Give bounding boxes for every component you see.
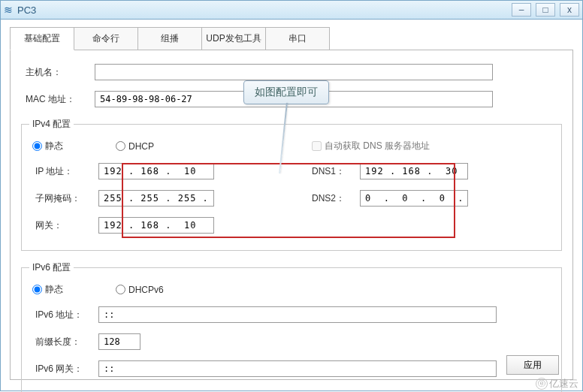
- ipv4-static-radio[interactable]: 静态: [32, 140, 63, 152]
- ipv6-dhcp-radio[interactable]: DHCPv6: [116, 285, 164, 295]
- close-button[interactable]: x: [560, 3, 579, 17]
- tab-bar: 基础配置 命令行 组播 UDP发包工具 串口: [10, 27, 573, 50]
- tab-basic[interactable]: 基础配置: [10, 27, 74, 50]
- minimize-button[interactable]: –: [512, 3, 531, 17]
- watermark: ⓔ 亿速云: [536, 377, 578, 390]
- ip-input[interactable]: [98, 163, 214, 179]
- tab-serial[interactable]: 串口: [265, 27, 330, 50]
- watermark-text: 亿速云: [549, 377, 578, 390]
- tab-udp[interactable]: UDP发包工具: [201, 27, 266, 50]
- ipv6-legend: IPv6 配置: [29, 261, 74, 274]
- ip-label: IP 地址：: [32, 165, 98, 178]
- auto-dns-checkbox[interactable]: 自动获取 DNS 服务器地址: [312, 140, 430, 152]
- config-panel: 主机名： MAC 地址： IPv4 配置 静态 DHCP 自动获取 DNS 服务…: [10, 50, 573, 380]
- ipv6-addr-input[interactable]: [98, 306, 497, 323]
- tab-multicast[interactable]: 组播: [137, 27, 202, 50]
- ipv4-legend: IPv4 配置: [29, 118, 74, 131]
- mask-label: 子网掩码：: [32, 192, 98, 205]
- gw-label: 网关：: [32, 219, 98, 232]
- app-icon: ≋: [4, 5, 14, 15]
- ipv6-gw-label: IPv6 网关：: [32, 363, 98, 375]
- ipv4-fieldset: IPv4 配置 静态 DHCP 自动获取 DNS 服务器地址 IP 地址： DN…: [21, 118, 562, 251]
- callout-annotation: 如图配置即可: [243, 80, 329, 104]
- dns2-label: DNS2：: [312, 192, 360, 205]
- window-title: PC3: [17, 5, 512, 16]
- gw-input[interactable]: [98, 217, 214, 234]
- ipv6-prefix-input[interactable]: [98, 333, 140, 350]
- ipv6-addr-label: IPv6 地址：: [32, 309, 98, 321]
- tab-cmdline[interactable]: 命令行: [74, 27, 138, 50]
- ipv6-static-radio[interactable]: 静态: [32, 283, 63, 296]
- maximize-button[interactable]: □: [536, 3, 555, 17]
- ipv6-fieldset: IPv6 配置 静态 DHCPv6 IPv6 地址： 前缀长度： IPv6 网关…: [21, 261, 562, 392]
- ipv6-prefix-label: 前缀长度：: [32, 336, 98, 348]
- watermark-icon: ⓔ: [536, 378, 548, 390]
- ipv6-gw-input[interactable]: [98, 360, 497, 377]
- dns1-label: DNS1：: [312, 165, 360, 178]
- apply-button[interactable]: 应用: [506, 355, 559, 375]
- mask-input[interactable]: [98, 190, 214, 207]
- hostname-label: 主机名：: [21, 66, 95, 79]
- ipv4-dhcp-radio[interactable]: DHCP: [116, 141, 154, 152]
- dns2-input[interactable]: [360, 190, 468, 207]
- dns1-input[interactable]: [360, 163, 468, 179]
- callout-text: 如图配置即可: [243, 80, 329, 104]
- window-titlebar: ≋ PC3 – □ x: [0, 0, 583, 20]
- hostname-input[interactable]: [95, 64, 493, 80]
- mac-label: MAC 地址：: [21, 93, 95, 106]
